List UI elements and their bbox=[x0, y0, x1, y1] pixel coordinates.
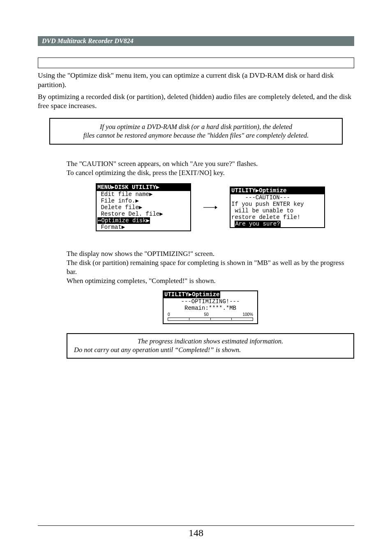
progress-label-0: 0 bbox=[168, 312, 170, 317]
lcd1-l6: Format▶ bbox=[97, 224, 190, 230]
lcd1-l5: ⇔Optimize disk▶ bbox=[97, 217, 190, 224]
step2-line2: The disk (or partition) remaining space … bbox=[67, 258, 354, 276]
page-number: 148 bbox=[38, 525, 354, 539]
lcd1-title: MENU▶DISK UTILITY▶ bbox=[97, 184, 190, 191]
step1-line2: To cancel optimizing the disk, press the… bbox=[67, 168, 354, 177]
section-title-box bbox=[38, 58, 354, 68]
lcd3-progress-bar bbox=[168, 318, 253, 321]
note-line2: Do not carry out any operation until “Co… bbox=[74, 346, 347, 355]
progress-label-50: 50 bbox=[204, 312, 208, 317]
caution-line-1: If you optimize a DVD-RAM disk (or a har… bbox=[58, 123, 334, 131]
lcd3-progress-labels: 0 50 100% bbox=[164, 311, 257, 317]
lcd2-l1: ---CAUTION--- bbox=[231, 194, 324, 201]
lcd2-l4: restore delete file! bbox=[231, 214, 324, 221]
step-optimizing-screen: The display now shows the "OPTIMIZING!" … bbox=[67, 249, 354, 358]
lcd2-title: UTILITY▶Optimize bbox=[231, 187, 324, 194]
lcd-menu-disk-utility: MENU▶DISK UTILITY▶ Edit file name▶ File … bbox=[96, 183, 191, 231]
step2-line1: The display now shows the "OPTIMIZING!" … bbox=[67, 249, 354, 258]
lcd2-l6: Are you sure? bbox=[231, 221, 324, 227]
doc-header-title: DVD Multitrack Recorder DV824 bbox=[42, 37, 134, 44]
lcd-utility-optimize-caution: UTILITY▶Optimize ---CAUTION--- If you pu… bbox=[230, 187, 325, 228]
intro-paragraph-2: By optimizing a recorded disk (or partit… bbox=[38, 92, 354, 111]
svg-marker-1 bbox=[215, 206, 217, 209]
lcd3-l1: ---OPTIMIZING!--- bbox=[164, 298, 257, 305]
step-caution-screen: The "CAUTION" screen appears, on which "… bbox=[67, 159, 354, 231]
lcd-pair: MENU▶DISK UTILITY▶ Edit file name▶ File … bbox=[67, 183, 354, 231]
intro-paragraph-1: Using the "Optimize disk" menu item, you… bbox=[38, 71, 354, 90]
lcd1-l3: Delete file▶ bbox=[97, 204, 190, 211]
lcd1-l2: File info.▶ bbox=[97, 198, 190, 204]
lcd1-l1: Edit file name▶ bbox=[97, 191, 190, 198]
step1-line1: The "CAUTION" screen appears, on which "… bbox=[67, 159, 354, 168]
lcd1-l4: Restore Del. file▶ bbox=[97, 211, 190, 217]
arrow-right-icon bbox=[203, 205, 217, 210]
caution-note-box: If you optimize a DVD-RAM disk (or a har… bbox=[49, 118, 343, 145]
progress-label-100: 100% bbox=[242, 312, 253, 317]
progress-note-box: The progress indication shows estimated … bbox=[67, 333, 354, 358]
lcd-utility-optimizing: UTILITY▶Optimize ---OPTIMIZING!--- Remai… bbox=[163, 290, 258, 324]
caution-line-2: files cannot be restored anymore because… bbox=[58, 131, 334, 140]
lcd2-l3: will be unable to bbox=[231, 207, 324, 214]
note-line1: The progress indication shows estimated … bbox=[74, 337, 347, 346]
lcd2-l6-inverted: Are you sure? bbox=[235, 221, 280, 227]
lcd3-l2: Remain:****.*MB bbox=[164, 305, 257, 311]
lcd2-l2: If you push ENTER key bbox=[231, 201, 324, 207]
lcd1-l5-inverted: ⇔Optimize disk▶ bbox=[97, 217, 150, 224]
lcd3-title: UTILITY▶Optimize bbox=[164, 291, 220, 298]
step2-line3: When optimizing completes, "Completed!" … bbox=[67, 276, 354, 286]
doc-header-bar: DVD Multitrack Recorder DV824 bbox=[38, 36, 354, 46]
